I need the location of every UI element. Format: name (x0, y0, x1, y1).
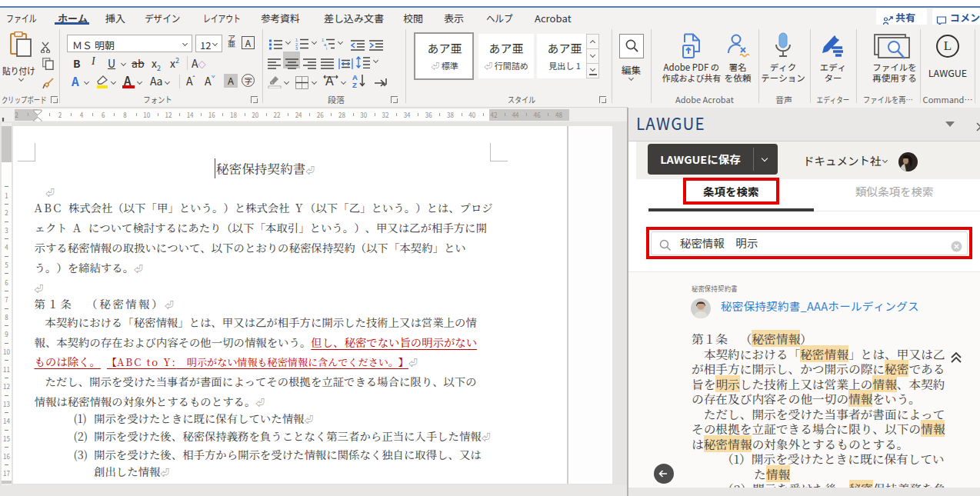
svg-text:Z: Z (352, 81, 357, 88)
svg-text:i: i (326, 46, 327, 50)
svg-text:3: 3 (295, 46, 298, 50)
